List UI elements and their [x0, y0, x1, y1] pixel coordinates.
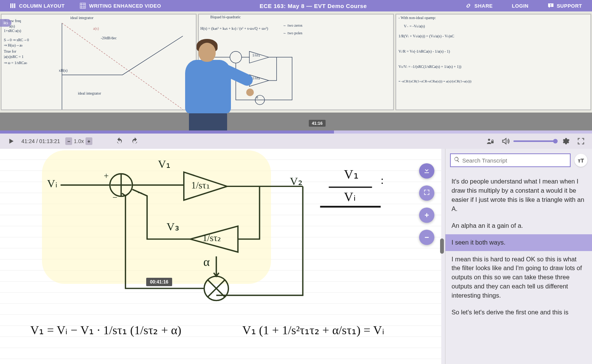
- person-lock-icon: [486, 137, 494, 145]
- svg-rect-4: [550, 4, 551, 6]
- fullscreen-icon: [577, 137, 585, 145]
- minus-icon: −: [424, 233, 429, 242]
- play-icon: [7, 137, 15, 145]
- settings-button[interactable]: [561, 136, 571, 146]
- writing-enhanced-toggle[interactable]: WRITING ENHANCED VIDEO: [80, 3, 161, 9]
- transcript-list[interactable]: It's do people understand what I mean wh…: [445, 171, 592, 364]
- svg-text:V₂: V₂: [290, 175, 302, 187]
- transcript-item[interactable]: An alpha an it a gain of a.: [445, 217, 592, 234]
- chevron-right-icon: ≡›: [3, 20, 8, 26]
- search-icon: [454, 156, 460, 164]
- svg-text:Vᵢ: Vᵢ: [47, 177, 57, 190]
- grid-icon: [80, 3, 86, 9]
- zoom-out-button[interactable]: −: [419, 230, 434, 245]
- transcript-panel: тT It's do people understand what I mean…: [445, 149, 592, 364]
- svg-text::: :: [381, 174, 384, 186]
- speed-value: 1.0x: [72, 138, 85, 144]
- speed-control: − 1.0x +: [65, 137, 92, 145]
- time-display: 41:24 / 01:13:21: [21, 138, 60, 144]
- replay-icon: [115, 137, 124, 145]
- top-bar: COLUMN LAYOUT WRITING ENHANCED VIDEO ECE…: [0, 0, 592, 11]
- svg-text:Vᵢ: Vᵢ: [344, 190, 356, 204]
- login-button[interactable]: LOGIN: [512, 3, 529, 9]
- seek-progress: [0, 130, 334, 134]
- transcript-search[interactable]: [450, 153, 571, 167]
- feedback-icon: [548, 3, 554, 9]
- svg-text:1/sτ₁: 1/sτ₁: [191, 180, 210, 190]
- text-size-icon: тT: [578, 157, 584, 164]
- svg-text:α: α: [203, 255, 210, 269]
- whiteboard-notes-panel[interactable]: Vᵢ V₁ V₂ V₃ 1/sτ₁ 1/sτ₂ α + − − V₁ Vᵢ : …: [0, 149, 441, 364]
- download-icon: [423, 166, 431, 176]
- expand-notes-button[interactable]: [419, 185, 434, 201]
- zoom-in-button[interactable]: +: [419, 208, 434, 223]
- forward-icon: [131, 137, 139, 145]
- svg-text:+: +: [104, 171, 109, 180]
- video-marker-timestamp: 41:16: [309, 120, 326, 127]
- svg-rect-2: [14, 3, 15, 8]
- fullscreen-button[interactable]: [576, 136, 586, 146]
- svg-rect-5: [550, 6, 551, 7]
- svg-text:−: −: [137, 188, 142, 198]
- volume-control[interactable]: [500, 136, 555, 146]
- svg-text:V₁: V₁: [158, 158, 171, 170]
- link-icon: [465, 3, 471, 9]
- video-controls: 41:24 / 01:13:21 − 1.0x +: [0, 134, 592, 149]
- panel-expand-button[interactable]: ≡›: [0, 19, 11, 27]
- svg-text:V₁: V₁: [344, 167, 359, 181]
- svg-text:−: −: [113, 193, 118, 202]
- support-button[interactable]: SUPPORT: [548, 3, 582, 9]
- transcript-item[interactable]: It's do people understand what I mean wh…: [445, 173, 592, 217]
- search-input[interactable]: [462, 157, 567, 164]
- privacy-button[interactable]: [485, 136, 495, 146]
- expand-icon: [423, 189, 430, 198]
- svg-rect-7: [491, 141, 494, 143]
- notes-timestamp: 00:41:16: [146, 278, 172, 286]
- seek-bar[interactable]: [0, 130, 592, 134]
- forward-button[interactable]: [130, 136, 140, 146]
- whiteboard-left: ① low freq a(s) 1+sRC·a(s) S→0 ⇒ sRC→0 ⇒…: [1, 14, 197, 110]
- course-title: ECE 163: May 8 — EVT Demo Course: [161, 3, 465, 9]
- speed-up-button[interactable]: +: [85, 137, 92, 145]
- svg-text:V₃: V₃: [166, 221, 179, 233]
- volume-icon: [501, 137, 510, 145]
- share-button[interactable]: SHARE: [465, 3, 493, 9]
- columns-icon: [10, 3, 16, 9]
- svg-text:1/sτ₂: 1/sτ₂: [202, 233, 221, 243]
- instructor: [177, 31, 239, 130]
- svg-rect-0: [10, 3, 11, 8]
- download-button[interactable]: [419, 163, 434, 179]
- svg-text:V₁ (1 + 1/s²τ₁τ₂ + α/sτ₁) = Vᵢ: V₁ (1 + 1/s²τ₁τ₂ + α/sτ₁) = Vᵢ: [242, 324, 384, 337]
- notes-diagram: Vᵢ V₁ V₂ V₃ 1/sτ₁ 1/sτ₂ α + − − V₁ Vᵢ : …: [0, 149, 441, 364]
- text-size-button[interactable]: тT: [574, 154, 587, 167]
- whiteboard-right: - With non-ideal opamp: V₋ = -V₀/a(s) 1/…: [395, 14, 591, 110]
- transcript-item[interactable]: I seen it both ways.: [445, 234, 592, 251]
- svg-point-6: [488, 139, 490, 141]
- volume-slider[interactable]: [513, 140, 555, 142]
- plus-icon: +: [424, 211, 429, 220]
- video-player[interactable]: ① low freq a(s) 1+sRC·a(s) S→0 ⇒ sRC→0 ⇒…: [0, 11, 592, 130]
- speed-down-button[interactable]: −: [65, 137, 72, 145]
- gear-icon: [561, 137, 570, 145]
- transcript-item[interactable]: I mean this is hard to read OK so this i…: [445, 251, 592, 304]
- rewind-button[interactable]: [115, 136, 124, 146]
- panel-resize-handle[interactable]: [441, 149, 445, 364]
- play-button[interactable]: [6, 136, 16, 146]
- column-layout-button[interactable]: COLUMN LAYOUT: [10, 3, 65, 9]
- svg-rect-1: [12, 3, 13, 8]
- volume-button[interactable]: [500, 136, 510, 146]
- svg-text:V₁ = Vᵢ − V₁ · 1/sτ₁ (1/sτ₂ + : V₁ = Vᵢ − V₁ · 1/sτ₁ (1/sτ₂ + α): [30, 324, 181, 337]
- transcript-item[interactable]: So let's let's derive the first one and …: [445, 304, 592, 321]
- svg-rect-3: [80, 3, 85, 8]
